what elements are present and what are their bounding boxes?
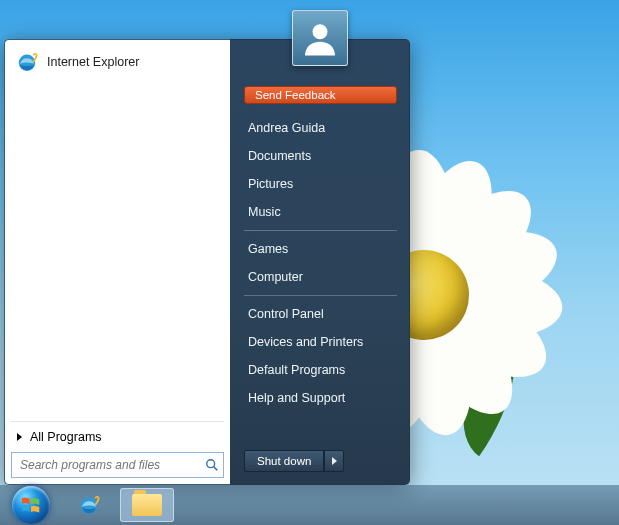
taskbar-item-explorer[interactable] (120, 488, 174, 522)
start-menu-left-pane: Internet Explorer All Programs (4, 39, 230, 485)
chevron-right-icon (332, 457, 337, 465)
pinned-item-label: Internet Explorer (47, 55, 139, 69)
shutdown-control: Shut down (244, 450, 344, 472)
taskbar-item-ie[interactable] (62, 488, 116, 522)
menu-item-music[interactable]: Music (244, 198, 397, 226)
shutdown-button[interactable]: Shut down (244, 450, 324, 472)
menu-item-pictures[interactable]: Pictures (244, 170, 397, 198)
pinned-item-internet-explorer[interactable]: Internet Explorer (9, 46, 226, 78)
menu-separator (244, 230, 397, 231)
menu-item-computer[interactable]: Computer (244, 263, 397, 291)
menu-item-devices-and-printers[interactable]: Devices and Printers (244, 328, 397, 356)
menu-item-help-and-support[interactable]: Help and Support (244, 384, 397, 412)
menu-item-andrea-guida[interactable]: Andrea Guida (244, 114, 397, 142)
svg-point-6 (82, 506, 96, 509)
user-avatar[interactable] (292, 10, 348, 66)
start-menu-right-pane: Send Feedback Andrea GuidaDocumentsPictu… (230, 39, 410, 485)
folder-icon (132, 494, 162, 516)
ie-icon (15, 50, 39, 74)
chevron-right-icon (17, 433, 22, 441)
svg-point-1 (20, 63, 34, 66)
start-menu: Internet Explorer All Programs Send Feed… (4, 39, 410, 485)
taskbar (0, 485, 619, 525)
menu-item-documents[interactable]: Documents (244, 142, 397, 170)
desktop: Internet Explorer All Programs Send Feed… (0, 0, 619, 525)
svg-point-2 (207, 460, 215, 468)
send-feedback-button[interactable]: Send Feedback (244, 86, 397, 104)
right-menu-list: Andrea GuidaDocumentsPicturesMusicGamesC… (244, 114, 397, 412)
ie-icon (77, 493, 101, 517)
pinned-list: Internet Explorer (9, 46, 226, 78)
search-input[interactable] (18, 457, 205, 473)
svg-line-3 (214, 467, 218, 471)
menu-item-games[interactable]: Games (244, 235, 397, 263)
person-icon (300, 18, 340, 58)
svg-point-4 (312, 24, 327, 39)
windows-orb-icon (12, 486, 50, 524)
all-programs-label: All Programs (30, 430, 102, 444)
start-button[interactable] (4, 488, 58, 522)
menu-item-control-panel[interactable]: Control Panel (244, 300, 397, 328)
search-icon (205, 458, 219, 472)
menu-item-default-programs[interactable]: Default Programs (244, 356, 397, 384)
all-programs-button[interactable]: All Programs (11, 421, 224, 452)
shutdown-options-button[interactable] (324, 450, 344, 472)
menu-separator (244, 295, 397, 296)
search-box[interactable] (11, 452, 224, 478)
